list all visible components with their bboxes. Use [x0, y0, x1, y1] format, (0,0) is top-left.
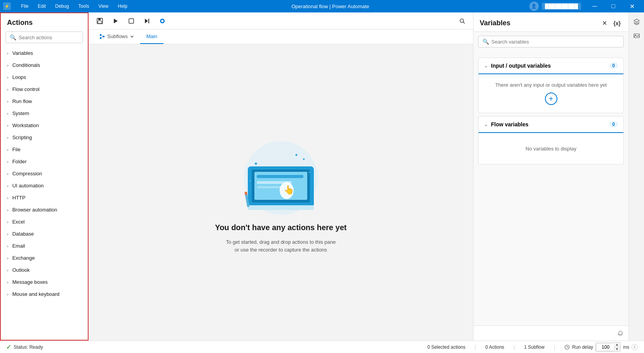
action-item-email[interactable]: › Email — [1, 240, 88, 252]
menu-file[interactable]: File — [17, 2, 32, 10]
flow-variables-title: Flow variables — [491, 121, 606, 128]
close-button[interactable]: ✕ — [623, 0, 641, 12]
action-item-mouse-keyboard[interactable]: › Mouse and keyboard — [1, 288, 88, 300]
record-button[interactable] — [156, 16, 169, 26]
action-label: Browser automation — [12, 207, 57, 213]
action-item-http[interactable]: › HTTP — [1, 192, 88, 204]
minimize-button[interactable]: ─ — [586, 0, 604, 12]
chevron-icon: › — [7, 99, 9, 104]
action-item-file[interactable]: › File — [1, 143, 88, 156]
chevron-icon: › — [7, 135, 9, 140]
action-item-system[interactable]: › System — [1, 107, 88, 119]
action-item-folder[interactable]: › Folder — [1, 156, 88, 168]
action-item-loops[interactable]: › Loops — [1, 71, 88, 83]
status-dot-icon: ✓ — [6, 343, 11, 351]
variables-close-button[interactable]: ✕ — [600, 18, 609, 28]
user-avatar[interactable]: 👤 — [529, 2, 539, 11]
chevron-icon: › — [7, 51, 9, 56]
menu-tools[interactable]: Tools — [74, 2, 93, 10]
svg-rect-6 — [129, 19, 134, 23]
svg-rect-24 — [257, 186, 284, 189]
svg-text:✦: ✦ — [249, 179, 252, 183]
flow-variables-body: No variables to display — [479, 133, 623, 164]
status-bar: ✓ Status: Ready 0 Selected actions | 0 A… — [0, 341, 644, 353]
action-label: Message boxes — [12, 279, 48, 285]
action-label: Outlook — [12, 267, 30, 273]
menu-help[interactable]: Help — [114, 2, 131, 10]
input-output-section-header[interactable]: ⌄ Input / output variables 0 — [479, 58, 623, 74]
step-button[interactable] — [141, 16, 153, 26]
menu-view[interactable]: View — [94, 2, 112, 10]
svg-point-10 — [161, 20, 164, 22]
action-item-browser-automation[interactable]: › Browser automation — [1, 204, 88, 216]
action-label: Run flow — [12, 98, 32, 104]
add-variable-button[interactable]: + — [545, 93, 557, 105]
run-delay-decrement[interactable]: ▼ — [614, 347, 620, 351]
right-icon-image[interactable] — [630, 30, 643, 42]
action-item-compression[interactable]: › Compression — [1, 168, 88, 180]
action-item-scripting[interactable]: › Scripting — [1, 131, 88, 143]
tab-subflows[interactable]: Subflows — [93, 30, 140, 44]
flow-variables-empty-text: No variables to display — [526, 146, 576, 152]
variables-search-input[interactable] — [491, 39, 620, 45]
action-item-excel[interactable]: › Excel — [1, 216, 88, 228]
variables-header: Variables ✕ {x} — [473, 12, 628, 32]
run-delay-unit: ms — [623, 344, 629, 350]
actions-count: 0 Actions — [485, 344, 504, 350]
chevron-icon: › — [7, 111, 9, 116]
run-button[interactable] — [110, 16, 122, 26]
tab-main[interactable]: Main — [140, 30, 164, 44]
user-name: ██████████ — [542, 3, 581, 10]
flow-variables-section: ⌄ Flow variables 0 No variables to displ… — [478, 116, 624, 164]
action-item-ui-automation[interactable]: › UI automation — [1, 180, 88, 192]
action-item-exchange[interactable]: › Exchange — [1, 252, 88, 264]
svg-text:⚡: ⚡ — [4, 3, 10, 9]
menu-edit[interactable]: Edit — [34, 2, 50, 10]
maximize-button[interactable]: □ — [604, 0, 622, 12]
flow-variables-section-header[interactable]: ⌄ Flow variables 0 — [479, 117, 623, 133]
action-item-database[interactable]: › Database — [1, 228, 88, 240]
variables-footer — [473, 325, 628, 341]
action-label: Workstation — [12, 122, 39, 128]
stop-icon — [128, 18, 134, 24]
actions-search-box[interactable]: 🔍 — [5, 31, 83, 43]
svg-rect-27 — [248, 205, 314, 210]
action-item-run-flow[interactable]: › Run flow — [1, 95, 88, 107]
input-output-body: There aren't any input or output variabl… — [479, 74, 623, 113]
actions-panel-title: Actions — [1, 13, 88, 30]
empty-state-subtitle: To get started, drag and drop actions to… — [226, 238, 336, 253]
variables-extra-button[interactable]: {x} — [612, 18, 622, 28]
action-label: Database — [12, 231, 34, 237]
action-item-message-boxes[interactable]: › Message boxes — [1, 276, 88, 288]
chevron-icon: › — [7, 183, 9, 188]
run-delay-increment[interactable]: ▲ — [614, 343, 620, 347]
action-item-flow-control[interactable]: › Flow control — [1, 83, 88, 95]
flow-area: Subflows Main — [89, 12, 473, 341]
run-delay-input[interactable] — [596, 343, 615, 351]
save-button[interactable] — [93, 15, 106, 27]
action-item-workstation[interactable]: › Workstation — [1, 119, 88, 131]
action-item-variables[interactable]: › Variables — [1, 47, 88, 59]
right-icon-layers[interactable] — [630, 16, 643, 28]
clear-variables-button[interactable] — [617, 329, 624, 337]
variables-search-box[interactable]: 🔍 — [478, 36, 624, 47]
action-label: HTTP — [12, 195, 26, 201]
step-icon — [144, 18, 150, 24]
input-output-title: Input / output variables — [491, 63, 606, 69]
layers-icon — [634, 19, 640, 25]
run-delay-info-button[interactable]: i — [632, 344, 638, 350]
right-icons-panel — [628, 12, 644, 341]
chevron-icon: › — [7, 147, 9, 152]
stop-button[interactable] — [125, 16, 138, 26]
subflows-label: Subflows — [107, 33, 128, 39]
section-chevron-icon: ⌄ — [484, 63, 488, 68]
menu-debug[interactable]: Debug — [51, 2, 73, 10]
actions-list: › Variables › Conditionals › Loops › Flo… — [1, 47, 88, 340]
action-item-outlook[interactable]: › Outlook — [1, 264, 88, 276]
app-icon: ⚡ — [3, 2, 11, 10]
action-item-conditionals[interactable]: › Conditionals — [1, 59, 88, 71]
input-output-count: 0 — [609, 63, 618, 69]
toolbar-search-button[interactable] — [456, 16, 468, 26]
actions-search-input[interactable] — [19, 35, 79, 40]
action-label: System — [12, 110, 29, 116]
